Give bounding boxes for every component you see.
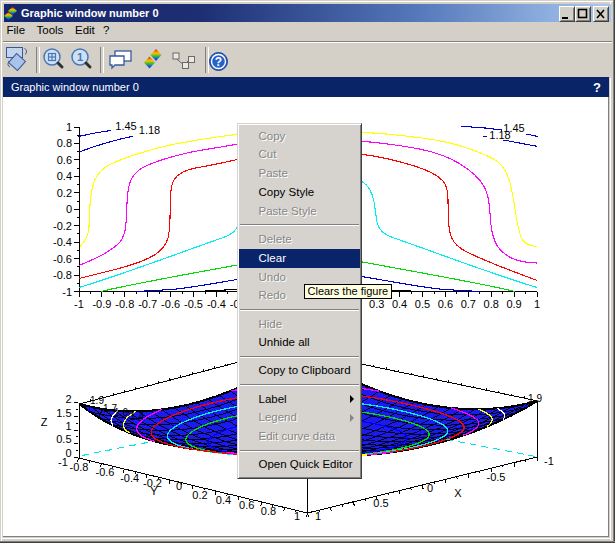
svg-text:-1: -1 — [544, 455, 554, 467]
svg-text:2: 2 — [65, 393, 71, 405]
svg-text:1: 1 — [65, 420, 71, 432]
svg-text:-0.4: -0.4 — [207, 298, 226, 310]
svg-text:Y: Y — [150, 485, 158, 497]
svg-text:0.5: 0.5 — [415, 298, 430, 310]
svg-text:1.5: 1.5 — [56, 407, 71, 419]
svg-text:-0.8: -0.8 — [53, 269, 72, 281]
svg-text:1: 1 — [66, 121, 72, 133]
svg-text:0.4: 0.4 — [392, 298, 407, 310]
svg-text:1.45: 1.45 — [115, 120, 136, 132]
svg-text:0: 0 — [66, 203, 72, 215]
svg-text:1.4: 1.4 — [130, 411, 144, 422]
svg-text:0.5: 0.5 — [373, 497, 388, 509]
svg-text:0: 0 — [427, 482, 433, 494]
svg-text:-0.8: -0.8 — [70, 461, 89, 473]
svg-text:-0.5: -0.5 — [184, 298, 203, 310]
svg-text:0.8: 0.8 — [261, 505, 276, 517]
svg-text:1: 1 — [534, 298, 540, 310]
svg-text:-0.7: -0.7 — [138, 298, 157, 310]
svg-text:-0.6: -0.6 — [53, 253, 72, 265]
svg-text:1: 1 — [294, 510, 300, 522]
svg-text:0.6: 0.6 — [57, 154, 72, 166]
svg-text:-0.4: -0.4 — [120, 472, 139, 484]
svg-text:0.8: 0.8 — [484, 298, 499, 310]
svg-text:-1: -1 — [74, 298, 84, 310]
svg-text:-1: -1 — [62, 286, 72, 298]
svg-text:-0.2: -0.2 — [53, 220, 72, 232]
svg-text:-0.9: -0.9 — [92, 298, 111, 310]
svg-text:1.18: 1.18 — [139, 124, 160, 136]
svg-text:0.9: 0.9 — [506, 298, 521, 310]
svg-text:1.18: 1.18 — [489, 129, 510, 141]
svg-text:0.2: 0.2 — [57, 187, 72, 199]
svg-text:-0.8: -0.8 — [115, 298, 134, 310]
svg-text:0.3: 0.3 — [369, 298, 384, 310]
svg-text:X: X — [454, 487, 462, 499]
svg-text:0.8: 0.8 — [57, 137, 72, 149]
svg-text:0: 0 — [176, 480, 182, 492]
svg-text:0.7: 0.7 — [461, 298, 476, 310]
svg-text:-0.6: -0.6 — [96, 466, 115, 478]
svg-text:0.6: 0.6 — [239, 499, 254, 511]
svg-text:-1: -1 — [58, 456, 68, 468]
svg-text:0.4: 0.4 — [57, 170, 72, 182]
svg-text:0.5: 0.5 — [56, 433, 71, 445]
svg-text:-0.6: -0.6 — [161, 298, 180, 310]
svg-text:1.9: 1.9 — [528, 393, 542, 404]
svg-text:0.2: 0.2 — [192, 489, 207, 501]
svg-text:Z: Z — [41, 416, 48, 428]
svg-text:1: 1 — [315, 510, 321, 522]
svg-text:0.6: 0.6 — [438, 298, 453, 310]
svg-text:-0.4: -0.4 — [53, 236, 72, 248]
svg-text:0.4: 0.4 — [216, 494, 231, 506]
svg-text:-0.5: -0.5 — [487, 471, 506, 483]
svg-text:1.6: 1.6 — [114, 407, 128, 418]
